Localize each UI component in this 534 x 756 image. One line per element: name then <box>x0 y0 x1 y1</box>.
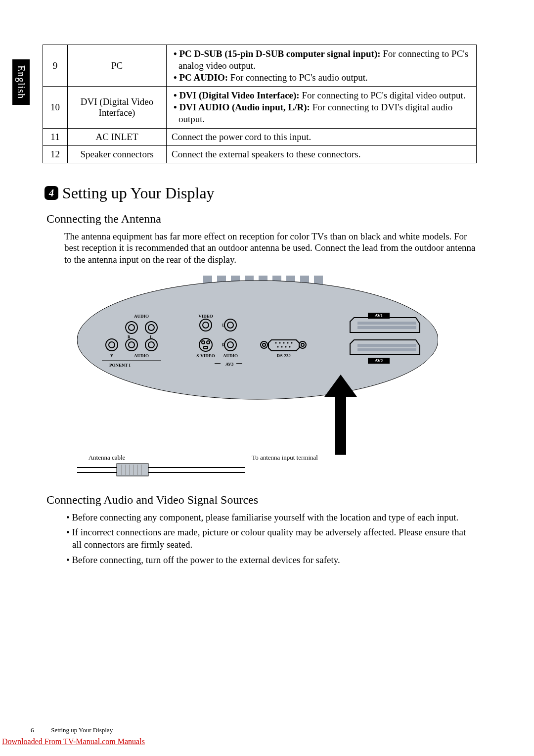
row-number: 12 <box>43 145 68 163</box>
footer-title: Setting up Your Display <box>51 726 113 734</box>
row-number: 9 <box>43 45 68 87</box>
svg-rect-59 <box>357 322 416 325</box>
section-heading: 4 Setting up Your Display <box>44 184 477 202</box>
svg-text:S-VIDEO: S-VIDEO <box>196 353 215 358</box>
bullet-item: • If incorrect connections are made, pic… <box>64 526 477 551</box>
av-bullets: • Before connecting any component, pleas… <box>64 512 477 567</box>
table-row: 12Speaker connectorsConnect the external… <box>43 145 477 163</box>
table-row: 11AC INLETConnect the power cord to this… <box>43 128 477 145</box>
svg-text:L: L <box>222 323 224 328</box>
svg-point-51 <box>283 342 285 343</box>
svg-text:Antenna cable: Antenna cable <box>89 454 126 461</box>
rear-panel-diagram: AUDIO R L Y AUDIO PONENT I VIDEO L R S-V… <box>77 276 438 483</box>
svg-text:VIDEO: VIDEO <box>198 314 213 319</box>
svg-point-50 <box>279 342 281 343</box>
svg-text:L: L <box>150 335 152 339</box>
row-description: Connect the power cord to this input. <box>167 128 477 145</box>
row-name: PC <box>68 45 167 87</box>
section-title: Setting up Your Display <box>62 184 215 202</box>
svg-text:AV2: AV2 <box>375 358 383 363</box>
row-description: Connect the external speakers to these c… <box>167 145 477 163</box>
bullet-item: • Before connecting any component, pleas… <box>64 512 477 524</box>
svg-point-56 <box>285 346 287 347</box>
row-name: Speaker connectors <box>68 145 167 163</box>
svg-text:RS-232: RS-232 <box>277 353 291 358</box>
svg-point-53 <box>291 342 293 343</box>
page-footer: 6 Setting up Your Display <box>31 726 113 734</box>
row-name: DVI (Digital Video Interface) <box>68 87 167 128</box>
svg-text:PONENT I: PONENT I <box>109 363 131 368</box>
svg-text:AV1: AV1 <box>375 313 383 318</box>
download-source-link[interactable]: Downloaded From TV-Manual.com Manuals <box>2 737 145 746</box>
section-badge: 4 <box>44 186 58 200</box>
svg-point-52 <box>287 342 289 343</box>
svg-text:AUDIO: AUDIO <box>223 353 238 358</box>
row-description: • DVI (Digital Video Interface): For con… <box>167 87 477 128</box>
svg-rect-62 <box>357 348 416 351</box>
table-row: 9PC• PC D-SUB (15-pin D-SUB computer sig… <box>43 45 477 87</box>
table-row: 10DVI (Digital Video Interface)• DVI (Di… <box>43 87 477 128</box>
svg-rect-67 <box>335 390 346 455</box>
subheading-antenna: Connecting the Antenna <box>46 212 477 226</box>
svg-point-54 <box>277 346 279 347</box>
spec-table: 9PC• PC D-SUB (15-pin D-SUB computer sig… <box>43 45 477 163</box>
row-name: AC INLET <box>68 128 167 145</box>
svg-text:R: R <box>128 335 131 339</box>
antenna-paragraph: The antenna equipment has far more effec… <box>64 231 477 266</box>
language-tab: English <box>12 59 30 105</box>
row-number: 10 <box>43 87 68 128</box>
svg-text:Y: Y <box>110 354 113 358</box>
svg-text:R: R <box>222 343 225 347</box>
svg-rect-61 <box>357 344 416 347</box>
svg-text:AUDIO: AUDIO <box>134 353 149 358</box>
page-body: 9PC• PC D-SUB (15-pin D-SUB computer sig… <box>43 45 477 569</box>
svg-text:AUDIO: AUDIO <box>134 314 149 319</box>
page-number: 6 <box>31 726 49 734</box>
svg-point-49 <box>275 342 277 343</box>
svg-rect-60 <box>357 326 416 329</box>
row-number: 11 <box>43 128 68 145</box>
svg-point-55 <box>281 346 283 347</box>
row-description: • PC D-SUB (15-pin D-SUB computer signal… <box>167 45 477 87</box>
svg-text:To antenna input terminal: To antenna input terminal <box>252 454 318 461</box>
svg-text:AV3: AV3 <box>225 362 234 367</box>
subheading-av: Connecting Audio and Video Signal Source… <box>46 493 477 507</box>
bullet-item: • Before connecting, turn off the power … <box>64 554 477 567</box>
svg-point-57 <box>289 346 291 347</box>
